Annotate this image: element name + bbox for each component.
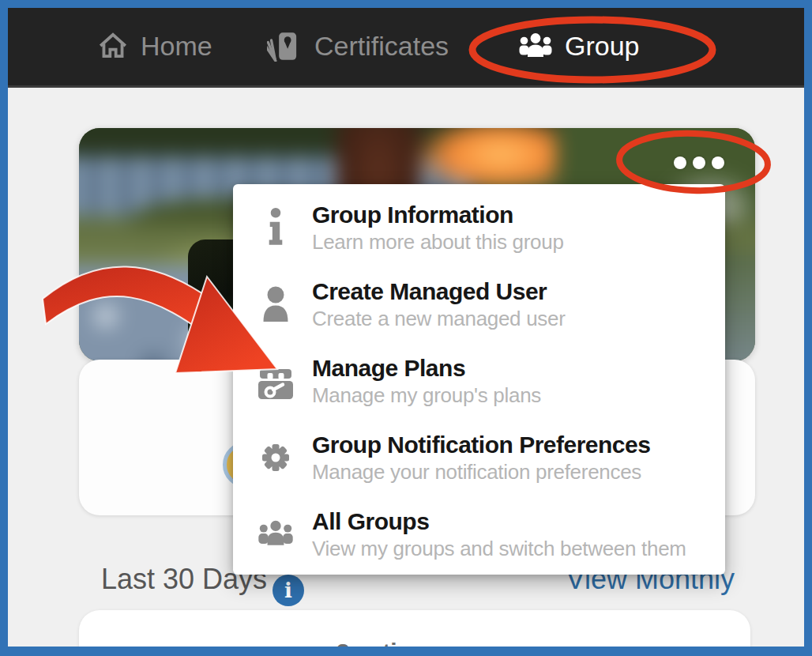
top-navbar: Home Certificates: [8, 8, 804, 88]
home-icon: [96, 30, 130, 62]
menu-subtitle: Manage my group's plans: [312, 383, 541, 407]
active-users-card: 3 active users: [79, 610, 750, 647]
menu-title: Create Managed User: [312, 278, 566, 305]
people-icon: [257, 516, 295, 552]
toolbox-icon: [257, 361, 295, 401]
page-content: Home Certificates: [8, 8, 804, 647]
menu-item-group-information[interactable]: Group Information Learn more about this …: [233, 189, 725, 266]
menu-subtitle: View my groups and switch between them: [312, 537, 686, 560]
tab-home-label: Home: [141, 31, 212, 62]
tab-group-label: Group: [565, 31, 640, 62]
menu-item-all-groups[interactable]: All Groups View my groups and switch bet…: [233, 496, 725, 572]
certificates-icon: [267, 30, 303, 62]
ellipsis-dots-icon[interactable]: [674, 156, 724, 169]
person-icon: [257, 285, 295, 324]
menu-item-create-managed-user[interactable]: Create Managed User Create a new managed…: [233, 266, 725, 342]
menu-title: Group Information: [312, 202, 564, 228]
tab-certificates-label: Certificates: [314, 31, 449, 62]
active-users-count: 3 active users: [79, 639, 750, 647]
tab-group[interactable]: Group: [517, 28, 640, 63]
tab-certificates[interactable]: Certificates: [267, 28, 449, 63]
tab-home[interactable]: Home: [96, 28, 212, 63]
menu-title: Group Notification Preferences: [312, 432, 650, 458]
menu-title: All Groups: [312, 508, 686, 535]
app-frame: Home Certificates: [0, 0, 812, 656]
group-icon: [517, 31, 554, 61]
menu-title: Manage Plans: [312, 355, 541, 382]
menu-subtitle: Manage your notification preferences: [312, 460, 650, 484]
menu-subtitle: Learn more about this group: [312, 230, 564, 254]
group-options-menu: Group Information Learn more about this …: [233, 184, 725, 575]
menu-item-manage-plans[interactable]: Manage Plans Manage my group's plans: [233, 342, 725, 419]
menu-item-notification-preferences[interactable]: Group Notification Preferences Manage yo…: [233, 419, 725, 496]
menu-subtitle: Create a new managed user: [312, 307, 566, 330]
info-badge-icon[interactable]: i: [273, 575, 304, 606]
gear-icon: [257, 437, 295, 478]
info-icon: [257, 207, 295, 248]
